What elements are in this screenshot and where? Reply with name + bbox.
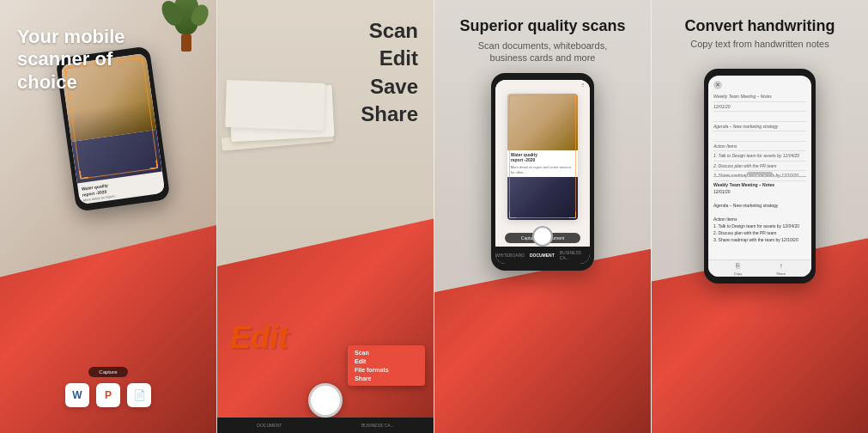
edit-label: Edit <box>361 45 418 72</box>
capture-label: Capture <box>88 367 127 377</box>
panel-2-bottom-bar: DOCUMENT BUSINESS CA... <box>217 418 434 433</box>
edit-big-text: Edit <box>230 320 288 356</box>
typed-line-4: Agenda – New marketing strategy <box>713 202 806 209</box>
phone3-doc-text: More detail on report and some amount fo… <box>507 164 579 175</box>
panel-3-phone: ⠿ Water qualityreport -2020 More detail … <box>491 73 594 271</box>
drag-handle <box>747 172 773 175</box>
phone3-document: Water qualityreport -2020 More detail on… <box>507 94 579 220</box>
share-label: Share <box>776 271 786 276</box>
copy-button[interactable]: ⎘ Copy <box>734 262 742 276</box>
phone3-bottom-tab-bar: WHITEBOARD DOCUMENT BUSINESS CA... <box>495 247 590 264</box>
tab-document-active: DOCUMENT <box>530 253 555 258</box>
phone3-status-bar: ⠿ <box>495 80 590 90</box>
panel-convert-handwriting: Convert handwriting Copy text from handw… <box>651 0 868 433</box>
typed-text-section: Weekly Team Meeting – Notes 12/01/20 Age… <box>713 181 806 243</box>
typed-line-7: 1. Talk to Design team for assets by 12/… <box>713 223 806 229</box>
phone3-doc-title: Water qualityreport -2020 <box>507 150 579 164</box>
panel-4-phone-screen: ✕ Weekly Team Meeting – Notes 12/01/20 A… <box>708 76 811 277</box>
typed-line-3 <box>713 195 806 202</box>
tab-businesscard: BUSINESS CA... <box>560 250 590 260</box>
typed-line-9: 3. Share roadmap with the team by 12/10/… <box>713 236 806 243</box>
powerpoint-icon: P <box>96 383 120 407</box>
panel-3-subtitle: Scan documents, whiteboards,business car… <box>445 40 640 64</box>
phone4-bottom-toolbar: ⎘ Copy ↑ Share <box>708 259 811 277</box>
panel-4-title: Convert handwriting <box>662 17 858 35</box>
phone3-doc-img-bottom <box>507 177 579 220</box>
panel-4-phone: ✕ Weekly Team Meeting – Notes 12/01/20 A… <box>704 69 816 284</box>
scan-edit-labels: Scan Edit Save Share <box>361 17 418 129</box>
doc-icon: 📄 <box>127 383 151 407</box>
panel-4-header: Convert handwriting Copy text from handw… <box>652 17 868 49</box>
typed-line-5 <box>713 209 806 216</box>
feature-card-scan: Scan <box>355 350 418 356</box>
feature-card-share: Share <box>355 375 418 381</box>
typed-line-8: 2. Discuss plan with the PR team <box>713 229 806 236</box>
phone3-doc-img-top <box>507 94 579 150</box>
panel-2-shutter-button[interactable] <box>308 383 343 418</box>
tab-whiteboard: WHITEBOARD <box>495 253 525 258</box>
scan-label: Scan <box>361 17 418 45</box>
typed-line-2: 12/01/20 <box>713 188 806 195</box>
panel-scanner-choice: Your mobilescanner ofchoice Water qualit… <box>0 0 216 433</box>
tab-doc: DOCUMENT <box>257 423 282 428</box>
panel-3-shutter[interactable] <box>532 226 553 247</box>
panel-scan-edit: Scan Edit Save Share Edit Scan Edit File… <box>216 0 434 433</box>
share-icon: ↑ <box>780 262 783 270</box>
panel-4-subtitle: Copy text from handwritten notes <box>662 39 858 49</box>
feature-card: Scan Edit File formats Share <box>348 345 425 386</box>
share-label: Share <box>361 101 418 128</box>
typed-line-1: Weekly Team Meeting – Notes <box>713 181 806 188</box>
feature-card-edit: Edit <box>355 358 418 364</box>
tab-biz: BUSINESS CA... <box>361 423 394 428</box>
panel-1-tagline: Your mobilescanner ofchoice <box>17 26 125 94</box>
handwriting-section: Weekly Team Meeting – Notes 12/01/20 Age… <box>713 93 806 182</box>
typed-line-6: Action Items <box>713 216 806 223</box>
panel-3-title: Superior quality scans <box>445 17 640 36</box>
close-button[interactable]: ✕ <box>713 81 722 89</box>
copy-icon: ⎘ <box>736 262 740 270</box>
panel-superior-quality: Superior quality scans Scan documents, w… <box>434 0 651 433</box>
word-icon: W <box>65 383 89 407</box>
panel-3-header: Superior quality scans Scan documents, w… <box>434 17 651 64</box>
save-label: Save <box>361 73 418 101</box>
section-divider <box>713 176 806 177</box>
copy-label: Copy <box>734 271 742 276</box>
panel-1-app-icons: W P 📄 <box>65 383 151 407</box>
feature-card-formats: File formats <box>355 367 418 373</box>
share-button[interactable]: ↑ Share <box>776 262 786 276</box>
